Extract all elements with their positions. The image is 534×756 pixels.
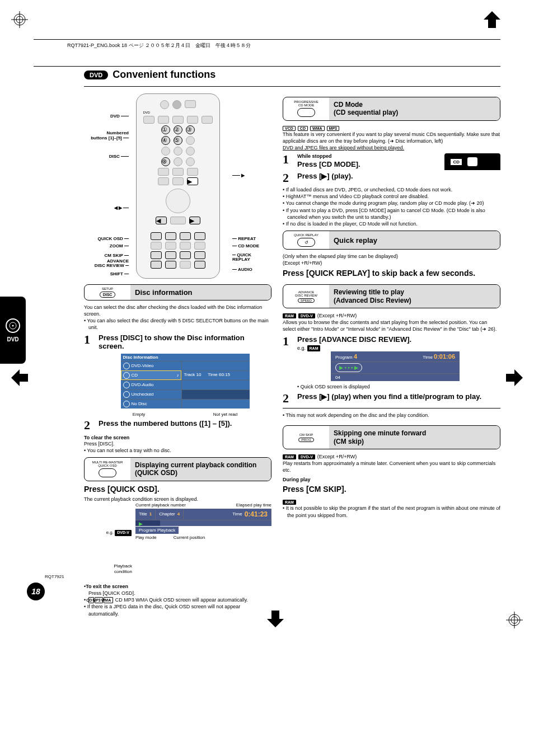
callout-shift: SHIFT bbox=[78, 271, 129, 276]
side-tab-label: DVD bbox=[7, 336, 18, 342]
callout-repeat: REPEAT bbox=[232, 236, 277, 241]
callout-left-right: ◀ ▶ bbox=[78, 205, 129, 210]
callout-adr: ADVANCE DISC REVIEW bbox=[78, 259, 129, 268]
adr-osd-bar: Program 4 Time 0:01:06 ▶ ▪ ▪ ▪ ▶ 04 bbox=[331, 351, 460, 381]
left-column: DVD Numbered buttons [1]–[5] DISC ◀ ▶ QU… bbox=[84, 93, 271, 617]
cd-mode-badges: VCD CD WMA MP3 bbox=[283, 124, 500, 131]
crop-arrow-icon bbox=[484, 11, 500, 29]
section-quick-replay: QUICK REPLAY ↺ Quick replay bbox=[283, 231, 500, 250]
disc-info-intro: You can select the disc after checking t… bbox=[84, 304, 271, 317]
callout-zoom: ZOOM bbox=[78, 243, 129, 248]
clear-heading: To clear the screen bbox=[84, 435, 271, 440]
crop-arrow-icon bbox=[11, 369, 28, 387]
callout-disc: DISC bbox=[78, 154, 129, 159]
step-number: 1 bbox=[84, 334, 94, 417]
callout-numbered: Numbered buttons [1]–[5] bbox=[78, 130, 129, 140]
page-title-row: DVD Convenient functions bbox=[84, 69, 500, 81]
side-tab-dvd: DVD bbox=[0, 297, 26, 364]
section-title: Displaying current playback condition (Q… bbox=[130, 458, 271, 481]
callout-audio: AUDIO bbox=[232, 267, 277, 272]
page-number: 18 bbox=[27, 583, 45, 600]
remote-diagram: DVD Numbered buttons [1]–[5] DISC ◀ ▶ QU… bbox=[84, 93, 271, 279]
svg-marker-11 bbox=[267, 611, 284, 627]
book-header: RQT7921-P_ENG.book 18 ページ ２００５年２月４日 金曜日 … bbox=[67, 42, 500, 49]
page-title: Convenient functions bbox=[113, 69, 216, 81]
disc-info-intro-bullet: You can also select the disc directly wi… bbox=[84, 317, 271, 331]
disc-info-table: Disc Information DVD-Video CD♪Track 10Ti… bbox=[121, 354, 250, 408]
callout-play: ▶ bbox=[232, 173, 277, 178]
svg-marker-9 bbox=[11, 369, 28, 386]
svg-marker-8 bbox=[484, 11, 500, 28]
callout-dvd: DVD bbox=[78, 114, 129, 119]
section-disc-information: SETUP DISC Disc information bbox=[84, 284, 271, 300]
footer-code: RQT7921 bbox=[45, 574, 64, 579]
callout-quick-replay: QUICK REPLAY bbox=[232, 253, 277, 262]
callout-cd-mode: CD MODE bbox=[232, 243, 277, 248]
registration-mark-icon bbox=[506, 612, 523, 628]
registration-mark-icon bbox=[11, 11, 28, 28]
section-cm-skip: CM SKIP PROG Skipping one minute forward… bbox=[283, 425, 500, 449]
callout-cm-skip: CM SKIP bbox=[78, 253, 129, 258]
svg-marker-10 bbox=[506, 369, 523, 386]
section-cd-mode: PROGRESSIVE CD MODE CD Mode (CD sequenti… bbox=[283, 97, 500, 121]
callout-quick-osd: QUICK OSD bbox=[78, 236, 129, 241]
crop-arrow-icon bbox=[267, 611, 284, 628]
quick-osd-press: Press [QUICK OSD]. bbox=[84, 485, 271, 494]
section-quick-osd: MULTI RE-MASTER QUICK OSD Displaying cur… bbox=[84, 457, 271, 481]
disc-icon bbox=[6, 318, 20, 333]
right-column: PROGRESSIVE CD MODE CD Mode (CD sequenti… bbox=[283, 93, 500, 617]
svg-point-13 bbox=[12, 325, 14, 326]
cd-mode-bullets: If all loaded discs are DVD, JPEG, or un… bbox=[283, 186, 500, 227]
step-title: Press [DISC] to show the Disc informatio… bbox=[99, 334, 271, 350]
section-adr: ADVANCE DISC REVIEW SPEED Reviewing titl… bbox=[283, 284, 500, 308]
section-title: Disc information bbox=[130, 285, 271, 300]
crop-arrow-icon bbox=[506, 369, 523, 387]
quick-replay-press: Press [QUICK REPLAY] to skip back a few … bbox=[283, 269, 500, 278]
page: RQT7921-P_ENG.book 18 ページ ２００５年２月４日 金曜日 … bbox=[0, 0, 534, 640]
step-title: Press the numbered buttons ([1] – [5]). bbox=[99, 419, 271, 428]
cm-skip-press: Press [CM SKIP]. bbox=[283, 485, 500, 494]
dvd-badge: DVD bbox=[84, 71, 108, 79]
